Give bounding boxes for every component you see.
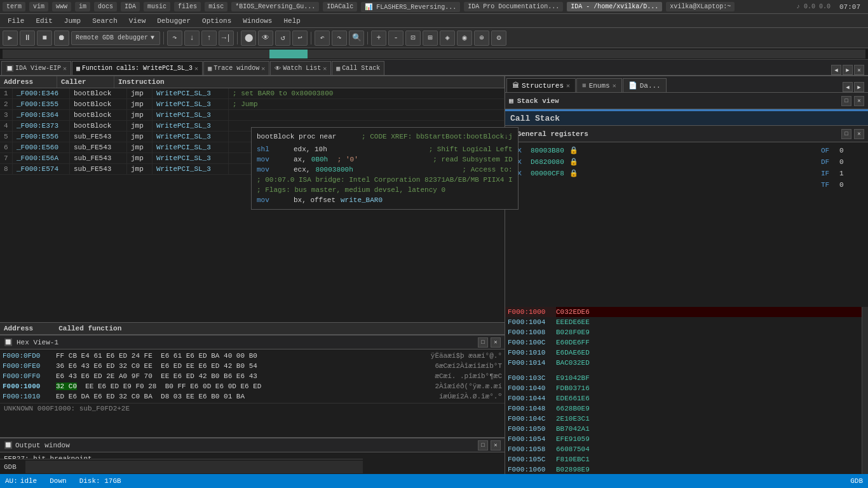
record-button[interactable]: ⏺ (54, 30, 69, 46)
graph-button[interactable]: ◈ (440, 30, 455, 46)
undo-button[interactable]: ↶ (315, 30, 330, 46)
step-out-button[interactable]: ↑ (201, 30, 217, 46)
tab-callstack[interactable]: ▦ Call Stack (332, 61, 384, 75)
menu-file[interactable]: File (3, 16, 29, 26)
output-icon: 🔲 (4, 441, 13, 449)
extra-button[interactable]: ⊕ (474, 30, 489, 46)
stack-view-title: Stack view (517, 97, 559, 105)
title-tab-www[interactable]: www (52, 2, 71, 11)
reg-row-edx: EDX 00000CF8 🔒 (509, 168, 813, 179)
nav-button[interactable]: ◉ (457, 30, 472, 46)
title-tab-terminal[interactable]: xvilka@XLaptop:~ (666, 2, 735, 11)
title-tab-im[interactable]: im (75, 2, 90, 11)
hex-view-minimize[interactable]: □ (478, 337, 488, 348)
tab-watch-close[interactable]: ✕ (323, 65, 327, 72)
func-table-footer: Address Called function (0, 322, 505, 334)
stack-scrollbar[interactable] (862, 307, 868, 488)
step-back-button[interactable]: ↩ (292, 30, 308, 46)
stop-button[interactable]: ■ (37, 30, 52, 46)
step-into-button[interactable]: ↓ (184, 30, 200, 46)
structures-close[interactable]: ✕ (566, 82, 570, 90)
table-row[interactable]: 2 _F000:E355 bootBlock jmp WritePCI_SL_3… (0, 99, 505, 110)
title-tab-files[interactable]: files (174, 2, 201, 11)
title-tab-idacalc[interactable]: IDACalc (323, 2, 357, 11)
stack-view-close[interactable]: ✕ (854, 96, 864, 106)
title-tab-bios[interactable]: *BIOS_Reversing_Gu... (231, 2, 319, 11)
refresh-button[interactable]: ↺ (275, 30, 290, 46)
hex-view-close[interactable]: ✕ (491, 337, 501, 348)
table-row[interactable]: 3 _F000:E364 bootBlock jmp WritePCI_SL_3 (0, 110, 505, 121)
step-over-button[interactable]: ↷ (167, 30, 182, 46)
gdb-input-area: GDB (0, 459, 363, 474)
breakpoint-button[interactable]: ⬤ (241, 30, 256, 46)
tab-structures[interactable]: 🏛 Structures ✕ (506, 78, 576, 92)
title-tab-docs[interactable]: docs (94, 2, 117, 11)
zoom-in-button[interactable]: + (371, 30, 386, 46)
stack-view-minimize[interactable]: □ (841, 96, 851, 106)
menu-options[interactable]: Options (197, 16, 236, 26)
hex-row: F000:1010 ED E6 DA E6 ED 32 C0 BA D8 03 … (3, 391, 502, 402)
tab-func-calls[interactable]: ▦ Function calls: WritePCI_SL_3 ✕ (72, 61, 203, 75)
gdb-status: GDB (850, 477, 863, 485)
settings-button[interactable]: ⚙ (491, 30, 506, 46)
title-tab-misc[interactable]: misc (205, 2, 227, 11)
fit-button[interactable]: ⊡ (405, 30, 421, 46)
separator-2 (237, 32, 238, 44)
title-tab-vim[interactable]: vim (29, 2, 48, 11)
menu-edit[interactable]: Edit (31, 16, 57, 26)
right-tab-right[interactable]: ▶ (854, 82, 864, 92)
run-to-cursor-button[interactable]: →| (219, 30, 234, 46)
gdb-input[interactable] (25, 461, 363, 473)
code-line-shl: shl edx, 10h ; Shift Logical Left (257, 144, 513, 154)
tab-close-all[interactable]: ✕ (854, 65, 864, 75)
pause-button[interactable]: ⏸ (20, 30, 35, 46)
tab-ida-view[interactable]: 🔲 IDA View-EIP ✕ (1, 61, 71, 75)
menu-search[interactable]: Search (87, 16, 123, 26)
tab-enums[interactable]: ≡ Enums ✕ (576, 78, 622, 92)
menu-jump[interactable]: Jump (59, 16, 86, 26)
debugger-dropdown[interactable]: Remote GDB debugger ▼ (71, 31, 160, 45)
menu-help[interactable]: Help (278, 16, 305, 26)
stack-row: F000:1044 EDE661E6 (505, 393, 862, 403)
registers-minimize[interactable]: □ (841, 129, 851, 139)
status-bar: AU: idle Down Disk: 17GB GDB (0, 474, 868, 488)
status-direction: Down (50, 477, 66, 485)
table-row[interactable]: 1 _F000:E346 bootBlock jmp WritePCI_SL_3… (0, 88, 505, 99)
footer-address-label: Address (4, 325, 33, 332)
tab-func-calls-close[interactable]: ✕ (194, 65, 198, 72)
watch-button[interactable]: 👁 (258, 30, 273, 46)
menu-view[interactable]: View (124, 16, 151, 26)
tab-ida-view-close[interactable]: ✕ (63, 65, 67, 72)
output-close[interactable]: ✕ (491, 440, 501, 451)
tab-nav-right[interactable]: ▶ (843, 65, 853, 75)
output-title: Output window (15, 442, 70, 449)
title-tab-ida[interactable]: IDA (121, 2, 140, 11)
tab-callstack-label: Call Stack (342, 65, 380, 72)
menu-debugger[interactable]: Debugger (152, 16, 196, 26)
title-tab-idadoc[interactable]: IDA Pro Documentation... (464, 2, 563, 11)
tab-nav-left[interactable]: ◀ (831, 65, 841, 75)
play-button[interactable]: ▶ (3, 30, 18, 46)
tab-da[interactable]: 📄 Da... (623, 78, 667, 92)
right-tab-left[interactable]: ◀ (843, 82, 853, 92)
tab-trace-close[interactable]: ✕ (261, 65, 265, 72)
tab-watch[interactable]: 👁 Watch List ✕ (270, 61, 331, 75)
title-tab-ida-home[interactable]: IDA - /home/xvilka/D... (567, 2, 662, 11)
layout-button[interactable]: ⊞ (423, 30, 438, 46)
registers-header: ▦ General registers □ ✕ (505, 126, 868, 142)
call-stack-header: Call Stack (505, 109, 868, 126)
search-button[interactable]: 🔍 (349, 30, 364, 46)
zoom-out-button[interactable]: - (388, 30, 403, 46)
title-tab-music[interactable]: music (144, 2, 170, 11)
hex-row: F000:0FD0 FF CB E4 61 E6 ED 24 FE E6 61 … (3, 351, 502, 361)
tab-trace[interactable]: ▦ Trace window ✕ (203, 61, 269, 75)
redo-button[interactable]: ↷ (332, 30, 347, 46)
registers-close[interactable]: ✕ (854, 129, 864, 139)
stack-row: F000:1004 EEEDE6EE (505, 317, 862, 327)
title-tab-flashers[interactable]: 📊 FLASHERS_Reversing... (361, 2, 460, 12)
enums-close[interactable]: ✕ (613, 82, 616, 90)
call-stack-title-text: Call Stack (510, 114, 560, 123)
menu-windows[interactable]: Windows (238, 16, 277, 26)
output-minimize[interactable]: □ (478, 440, 488, 451)
title-tab-term[interactable]: term (3, 2, 25, 11)
